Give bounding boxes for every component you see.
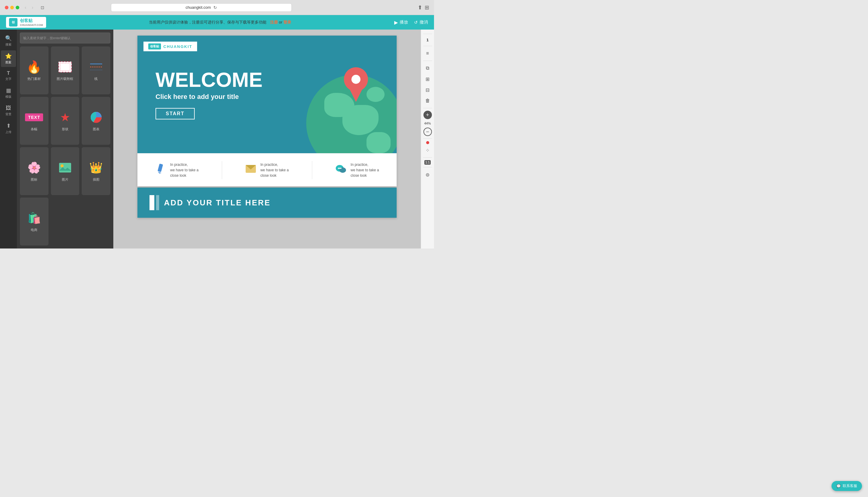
app-header: 创 创客贴 CHUANGKIT.COM 当前用户仅供设计体验，注册后可进行分享、… [0,15,434,30]
asset-frame[interactable]: 图片吸附框 [51,46,79,95]
settings-button[interactable]: ⁘ [422,145,433,155]
logo-subtext: CHUANGKIT.COM [20,24,43,27]
divider-1 [222,161,222,179]
asset-line-label: 线 [94,76,98,81]
sidebar-item-background[interactable]: 🖼 背景 [1,102,16,119]
asset-image[interactable]: 图片 [51,147,79,195]
undo-icon: ↺ [414,20,418,25]
asset-ecommerce[interactable]: 🛍️ 电商 [20,198,48,245]
location-pin [342,66,369,103]
maximize-dot[interactable] [16,6,19,9]
slide-logo-title: CHUANGKIT [163,44,192,49]
zoom-in-button[interactable]: + [424,111,432,119]
template-icon: ▦ [6,87,11,94]
grid-button[interactable]: ⊟ [422,85,433,95]
red-dot-indicator [426,141,429,144]
asset-banner[interactable]: TEXT 条幅 [20,97,48,145]
undo-button[interactable]: ↺ 撤消 [414,19,428,25]
sidebar-text-label: 文字 [5,77,12,81]
image-icon [58,160,72,175]
close-dot[interactable] [5,6,9,9]
asset-shape[interactable]: ★ 形状 [51,97,79,145]
window-controls [5,6,19,9]
line-icon [89,60,103,74]
accent-white [149,195,154,210]
browser-chrome: ‹ › ⊡ chuangkit.com ↻ ⬆ ⊞ [0,0,434,15]
url-text: chuangkit.com [186,5,211,10]
sidebar-item-assets[interactable]: ⭐ 图案 [1,51,16,67]
search-placeholder: 输入素材关键字，按enter键确认 [23,36,71,40]
banner-icon: TEXT [27,110,41,125]
canvas-area[interactable]: 创客贴 CHUANGKIT WELCOME Click here to add … [113,30,421,248]
slide-2[interactable]: ADD YOUR TITLE HERE [137,188,397,218]
header-notice: 当前用户仅供设计体验，注册后可进行分享、保存与下载等更多功能 注册 or 登录 [52,19,388,25]
login-link[interactable]: 登录 [283,20,291,25]
slide-main[interactable]: 创客贴 CHUANGKIT WELCOME Click here to add … [137,36,397,153]
slide-1[interactable]: 创客贴 CHUANGKIT WELCOME Click here to add … [137,36,397,186]
browser-navigation: ‹ › [23,4,35,11]
zoom-out-button[interactable]: − [424,128,432,136]
play-icon: ▶ [394,19,398,25]
minimize-dot[interactable] [10,6,14,9]
back-button[interactable]: ‹ [23,4,28,11]
asset-frame-label: 图片吸附框 [57,76,73,81]
svg-point-16 [339,168,340,169]
new-tab-button[interactable]: ⊞ [425,4,429,11]
svg-point-5 [61,165,63,167]
sidebar-background-label: 背景 [5,112,12,116]
window-size-button[interactable]: ⊡ [39,4,46,11]
svg-rect-9 [157,164,163,172]
accent-teal [156,195,159,210]
welcome-text[interactable]: WELCOME [156,69,263,90]
address-bar[interactable]: chuangkit.com ↻ [111,3,292,12]
asset-illustration[interactable]: 👑 插图 [82,147,110,195]
separator-4 [423,108,432,108]
sidebar-item-template[interactable]: ▦ 模版 [1,85,16,101]
svg-marker-10 [158,172,162,174]
register-link[interactable]: 注册 [270,20,278,25]
asset-chart-label: 图表 [93,127,100,131]
sidebar-icons: 🔍 搜索 ⭐ 图案 T 文字 ▦ 模版 🖼 背景 ⬆ 上传 [0,30,17,248]
sidebar-item-search[interactable]: 🔍 搜索 [1,32,16,49]
logo-icon: 创 [9,18,17,27]
copy-button[interactable]: ⧉ [422,63,433,73]
sidebar-template-label: 模版 [5,95,12,99]
refresh-button[interactable]: ↻ [214,5,217,10]
asset-line[interactable]: 线 [82,46,110,95]
undo-label: 撤消 [420,19,428,25]
start-button[interactable]: START [156,108,195,119]
delete-button[interactable]: 🗑 [422,96,433,105]
globe-decoration [294,57,397,153]
subtitle-text[interactable]: Click here to add your title [156,93,263,101]
slide-info-bar: In practice,we have to take aclose look … [137,153,397,186]
separator-2 [423,46,432,46]
align-button[interactable]: ⊜ [422,170,433,180]
slide2-title[interactable]: ADD YOUR TITLE HERE [164,198,271,208]
group-button[interactable]: ⊞ [422,74,433,84]
play-button[interactable]: ▶ 播放 [394,19,408,25]
notice-text: 当前用户仅供设计体验，注册后可进行分享、保存与下载等更多功能 [149,20,266,25]
page-number: 1 [425,37,430,43]
asset-chart[interactable]: 图表 [82,97,110,145]
sidebar-item-text[interactable]: T 文字 [1,68,16,84]
asset-hot[interactable]: 🔥 热门素材 [20,46,48,95]
pencil-icon [155,164,166,177]
or-text: or [279,20,282,25]
asset-icon-label: 图标 [31,177,38,182]
frame-icon [58,60,72,74]
crown-icon: 👑 [89,160,103,175]
sidebar-item-upload[interactable]: ⬆ 上传 [1,120,16,137]
play-label: 播放 [400,19,408,25]
forward-button[interactable]: › [30,4,35,11]
sidebar-assets-label: 图案 [5,60,12,65]
right-toolbar: 1 ≡ ⧉ ⊞ ⊟ 🗑 + 44% − ⁘ 1:1 ⊜ [421,30,434,248]
share-button[interactable]: ⬆ [418,4,422,11]
info-text-3: In practice,we have to take aclose look [351,162,379,178]
asset-ecommerce-label: 电商 [31,228,38,232]
star-icon: ⭐ [5,53,12,59]
slide-content[interactable]: WELCOME Click here to add your title STA… [137,69,263,119]
zoom-level: 44% [424,120,431,126]
filter-button[interactable]: ≡ [422,48,433,58]
asset-icon[interactable]: 🌸 图标 [20,147,48,195]
search-bar[interactable]: 输入素材关键字，按enter键确认 [20,32,110,43]
